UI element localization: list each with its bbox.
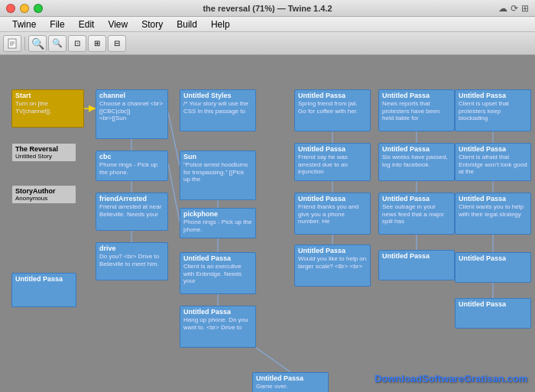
passage-title: Untitled Passa <box>382 252 451 260</box>
passage-start[interactable]: Start Turn on [the TV[channel]]. <box>11 89 84 128</box>
passage-body: Client wants you to help with their lega… <box>459 203 527 218</box>
passage-title: Untitled Passa <box>382 92 451 99</box>
passage-untitled-blank1[interactable]: Untitled Passa <box>11 273 76 307</box>
info-storyauthor: StoryAuthor Anonymous <box>11 185 76 204</box>
toolbar-sep-1 <box>24 37 25 50</box>
passage-body: Friend thanks you and give you a phone n… <box>298 203 367 225</box>
passage-title: Untitled Passa <box>459 145 527 153</box>
menubar: Twine File Edit View Story Build Help <box>0 17 535 32</box>
menu-view[interactable]: View <box>102 18 134 31</box>
passage-title: Untitled Passa <box>183 254 252 262</box>
window-title: the reversal (71%) — Twine 1.4.2 <box>203 4 332 13</box>
zoom-out-button[interactable]: 🔍 <box>48 35 66 52</box>
passage-title: Sun <box>183 153 252 160</box>
passage-body: Phone rings - Pick up the phone. <box>99 161 164 176</box>
info-label: StoryAuthor <box>15 187 73 195</box>
passage-body: Choose a channel <br>[[CBC|cbc]]<br>[[Su… <box>99 100 164 122</box>
passage-body: News reports that protesters have been h… <box>382 100 451 122</box>
passage-untitled-r1c5[interactable]: Untitled Passa News reports that protest… <box>378 89 455 131</box>
window-controls[interactable] <box>6 4 43 13</box>
passage-untitled-r2c6[interactable]: Untitled Passa Client is afraid that Enb… <box>455 143 531 181</box>
passage-body: Game over. <box>256 383 325 390</box>
passage-body: Client is afraid that Enbridge won't loo… <box>459 154 527 176</box>
passage-untitled-r3c4[interactable]: Untitled Passa Friend thanks you and giv… <box>294 193 371 235</box>
zoom-reset-button[interactable]: ⊞ <box>88 35 106 52</box>
menu-edit[interactable]: Edit <box>73 18 101 31</box>
passage-drive[interactable]: drive Do you? <br> Drive to Belleville t… <box>96 242 168 280</box>
menu-help[interactable]: Help <box>205 18 236 31</box>
passage-untitled-r4c6[interactable]: Untitled Passa <box>455 252 531 283</box>
passage-title: pickphone <box>183 210 252 218</box>
zoom-extra-button[interactable]: ⊟ <box>108 35 126 52</box>
passage-gameover[interactable]: Untitled Passa Game over. <box>252 372 329 392</box>
passage-title: Start <box>15 92 80 99</box>
passage-untitled-styles[interactable]: Untitled Styles /* Your story will use t… <box>180 89 256 131</box>
info-value: Anonymous <box>15 195 73 202</box>
zoom-in-button[interactable]: 🔍 <box>28 35 47 52</box>
passage-untitled-r4c4[interactable]: Untitled Passa Would you like to help on… <box>294 245 371 287</box>
passage-body: Do you? <br> Drive to Belleville to meet… <box>99 253 164 267</box>
info-value: Untitled Story <box>15 153 73 160</box>
passage-title: Untitled Passa <box>256 374 325 382</box>
toolbar: 🔍 🔍 ⊡ ⊞ ⊟ <box>0 32 535 55</box>
passage-body: Friend say he was arrested due to an inj… <box>298 154 367 176</box>
passage-title: cbc <box>99 153 164 160</box>
close-button[interactable] <box>6 4 15 13</box>
titlebar-right-icons: ☁ ⟳ ⊞ <box>498 3 529 14</box>
passage-body: Friend arrested at near Belleville. Need… <box>99 203 164 218</box>
passage-title: Untitled Passa <box>183 308 252 316</box>
passage-untitled-r4c5[interactable]: Untitled Passa <box>378 250 455 280</box>
passage-title: Untitled Passa <box>382 145 451 153</box>
svg-line-7 <box>168 164 180 222</box>
minimize-button[interactable] <box>20 4 29 13</box>
passage-body: See outrage in your news feed that a maj… <box>382 203 451 225</box>
passage-untitled-r5c6[interactable]: Untitled Passa <box>455 298 531 329</box>
passage-untitled-r2c5[interactable]: Untitled Passa Six weeks have passed, lo… <box>378 143 455 181</box>
passage-untitled-r1c4[interactable]: Untitled Passa Spring friend from jail. … <box>294 89 371 131</box>
passage-cbc[interactable]: cbc Phone rings - Pick up the phone. <box>96 151 168 181</box>
zoom-fit-button[interactable]: ⊡ <box>68 35 86 52</box>
passage-body: /* Your story will use the CSS in this p… <box>183 100 252 115</box>
passage-title: Untitled Passa <box>382 195 451 202</box>
passage-body: Turn on [the TV[channel]]. <box>15 100 80 115</box>
passage-title: Untitled Passa <box>298 247 367 254</box>
passage-title: Untitled Passa <box>459 300 527 308</box>
passage-untitled-r1c6[interactable]: Untitled Passa Client is upset that prot… <box>455 89 531 131</box>
passage-body: Hang up phone. Do you want to. <br> Driv… <box>183 316 252 331</box>
passage-title: Untitled Passa <box>459 92 527 99</box>
passage-title: Untitled Passa <box>459 254 527 262</box>
menu-story[interactable]: Story <box>135 18 169 31</box>
passage-title: Untitled Passa <box>298 195 367 202</box>
menu-build[interactable]: Build <box>170 18 203 31</box>
passage-pickphone[interactable]: pickphone Phone rings - Pick up the phon… <box>180 208 256 238</box>
passage-body: Client is an executive with Enbridge. Ne… <box>183 263 252 285</box>
info-label: The Reversal <box>15 145 73 153</box>
passage-title: channel <box>99 92 164 99</box>
passage-sun[interactable]: Sun "Police arrest hoodlums for trespass… <box>180 151 256 200</box>
maximize-button[interactable] <box>34 4 43 13</box>
passage-executive[interactable]: Untitled Passa Client is an executive wi… <box>180 252 256 294</box>
story-canvas[interactable]: Start Turn on [the TV[channel]]. channel… <box>0 55 535 392</box>
passage-untitled-r2c4[interactable]: Untitled Passa Friend say he was arreste… <box>294 143 371 181</box>
passage-body: Phone rings - Pick up the phone. <box>183 219 252 233</box>
menu-twine[interactable]: Twine <box>6 18 42 31</box>
passage-body: Six weeks have passed, log into facebook… <box>382 154 451 168</box>
titlebar: the reversal (71%) — Twine 1.4.2 ☁ ⟳ ⊞ <box>0 0 535 17</box>
passage-body: Spring friend from jail. Go for coffee w… <box>298 100 367 115</box>
passage-channel[interactable]: channel Choose a channel <br>[[CBC|cbc]]… <box>96 89 168 139</box>
passage-title: Untitled Passa <box>298 92 367 99</box>
passage-title: Untitled Passa <box>15 275 73 283</box>
passage-untitled-r3c5[interactable]: Untitled Passa See outrage in your news … <box>378 193 455 235</box>
passage-title: friendArrested <box>99 195 164 202</box>
svg-line-13 <box>256 348 290 372</box>
passage-title: Untitled Styles <box>183 92 252 99</box>
new-story-button[interactable] <box>3 35 21 52</box>
menu-file[interactable]: File <box>44 18 70 31</box>
passage-untitled-r3c6[interactable]: Untitled Passa Client wants you to help … <box>455 193 531 235</box>
passage-hangup[interactable]: Untitled Passa Hang up phone. Do you wan… <box>180 306 256 348</box>
watermark: DownloadSoftwareGratisan.com <box>374 373 527 384</box>
passage-body: Client is upset that protesters keep blo… <box>459 100 527 122</box>
svg-line-6 <box>168 112 180 166</box>
passage-friendarrested[interactable]: friendArrested Friend arrested at near B… <box>96 193 168 231</box>
passage-title: Untitled Passa <box>298 145 367 153</box>
